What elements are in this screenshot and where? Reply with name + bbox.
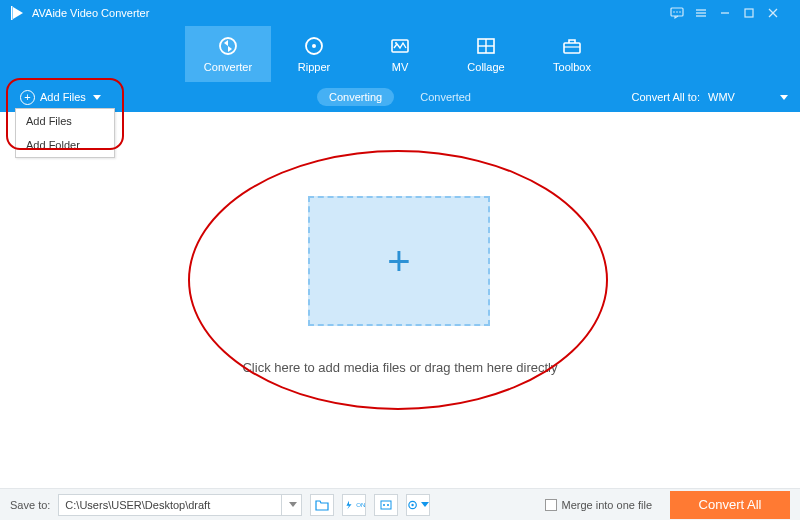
svg-point-24 [383,504,385,506]
svg-marker-0 [13,7,23,19]
dropdown-add-folder[interactable]: Add Folder [16,133,114,157]
dropzone-hint: Click here to add media files or drag th… [0,360,800,375]
plus-circle-icon: + [20,90,35,105]
add-files-label: Add Files [40,91,86,103]
menu-icon[interactable] [694,6,718,20]
app-logo-icon [10,5,26,21]
merge-label: Merge into one file [562,499,653,511]
mv-icon [389,35,411,57]
checkbox-icon [545,499,557,511]
tab-ripper[interactable]: Ripper [271,26,357,82]
svg-point-3 [673,11,675,13]
status-tabs: Converting Converted [317,88,483,106]
maximize-icon[interactable] [742,6,766,20]
converter-icon [217,35,239,57]
tab-mv[interactable]: MV [357,26,443,82]
convert-all-label: Convert All to: [632,91,700,103]
svg-point-17 [395,42,397,44]
svg-point-5 [679,11,681,13]
ripper-icon [303,35,325,57]
open-folder-button[interactable] [310,494,334,516]
add-media-dropzone[interactable]: + [308,196,490,326]
collage-icon [475,35,497,57]
main-toolbar: Converter Ripper MV Collage Toolbox [0,26,800,82]
add-files-dropdown: Add Files Add Folder [15,108,115,158]
minimize-icon[interactable] [718,6,742,20]
high-speed-button[interactable] [374,494,398,516]
save-path: C:\Users\USER\Desktop\draft [59,499,281,511]
caret-down-icon [780,95,788,100]
format-value: WMV [708,91,735,103]
tab-label: MV [392,61,409,73]
svg-rect-1 [11,6,13,20]
tab-label: Toolbox [553,61,591,73]
dropdown-add-files[interactable]: Add Files [16,109,114,133]
svg-rect-21 [564,43,580,53]
main-area: + Click here to add media files or drag … [0,112,800,488]
hardware-accel-button[interactable]: ON [342,494,366,516]
tab-label: Converter [204,61,252,73]
svg-point-4 [676,11,678,13]
caret-down-icon [289,502,297,507]
path-dropdown[interactable] [281,495,301,515]
format-dropdown[interactable]: WMV [708,91,788,103]
tab-label: Collage [467,61,504,73]
merge-checkbox[interactable]: Merge into one file [545,499,653,511]
settings-button[interactable] [406,494,430,516]
svg-point-15 [312,44,316,48]
tab-converting[interactable]: Converting [317,88,394,106]
tab-toolbox[interactable]: Toolbox [529,26,615,82]
secondary-bar: + Add Files Converting Converted Convert… [0,82,800,112]
close-icon[interactable] [766,6,790,20]
svg-rect-10 [745,9,753,17]
save-to-label: Save to: [10,499,50,511]
svg-point-25 [387,504,389,506]
convert-all-selector: Convert All to: WMV [632,91,788,103]
svg-point-27 [412,503,414,505]
titlebar: AVAide Video Converter [0,0,800,26]
tab-collage[interactable]: Collage [443,26,529,82]
caret-down-icon [93,95,101,100]
add-files-button[interactable]: + Add Files [12,90,109,105]
save-path-box: C:\Users\USER\Desktop\draft [58,494,302,516]
feedback-icon[interactable] [670,6,694,20]
app-title: AVAide Video Converter [32,7,670,19]
tab-converted[interactable]: Converted [408,88,483,106]
svg-rect-23 [381,501,391,509]
caret-down-icon [421,502,429,507]
toolbox-icon [561,35,583,57]
convert-all-button[interactable]: Convert All [670,491,790,519]
tab-converter[interactable]: Converter [185,26,271,82]
plus-icon: + [387,239,410,284]
bottom-bar: Save to: C:\Users\USER\Desktop\draft ON … [0,488,800,520]
tab-label: Ripper [298,61,330,73]
